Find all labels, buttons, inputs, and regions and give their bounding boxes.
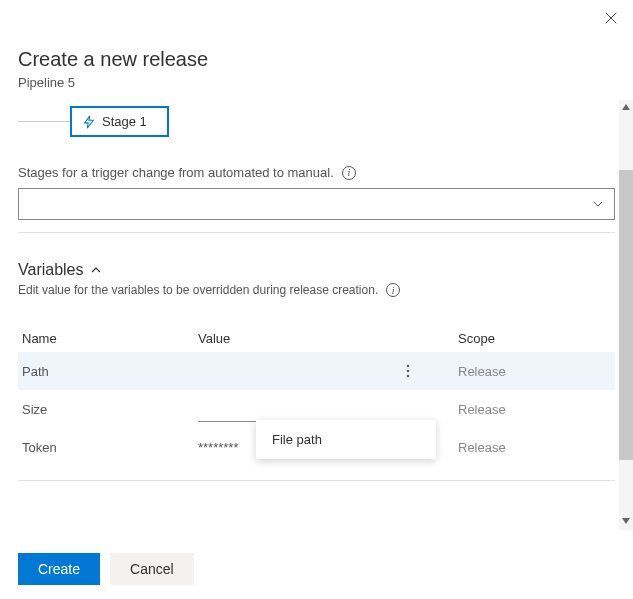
scroll-down-icon[interactable]: [621, 516, 631, 526]
info-icon[interactable]: i: [342, 166, 356, 180]
var-name: Token: [18, 440, 198, 455]
menu-item-file-path[interactable]: File path: [272, 432, 420, 447]
variables-table-header: Name Value Scope: [18, 325, 615, 352]
context-menu: File path: [256, 420, 436, 459]
chevron-up-icon: [90, 264, 102, 276]
pipeline-subtitle: Pipeline 5: [18, 75, 615, 90]
divider: [18, 480, 615, 481]
stage-lightning-icon: [82, 115, 96, 129]
var-scope: Release: [438, 402, 615, 417]
svg-point-3: [407, 370, 409, 372]
scroll-up-icon[interactable]: [621, 102, 631, 112]
stage-row: Stage 1: [18, 106, 615, 137]
stage-box[interactable]: Stage 1: [70, 106, 169, 137]
trigger-label-row: Stages for a trigger change from automat…: [18, 165, 615, 180]
var-value-cell: [198, 358, 438, 384]
page-title: Create a new release: [18, 48, 615, 71]
trigger-dropdown[interactable]: [18, 188, 615, 220]
var-value-cell: [198, 396, 438, 422]
close-button[interactable]: [601, 8, 621, 28]
info-icon[interactable]: i: [386, 283, 400, 297]
cancel-button[interactable]: Cancel: [110, 553, 194, 585]
var-value-input[interactable]: [198, 396, 398, 422]
stage-connector-line: [18, 121, 70, 122]
scrollbar-thumb[interactable]: [619, 170, 633, 460]
variables-description: Edit value for the variables to be overr…: [18, 283, 378, 297]
kebab-icon: [406, 364, 410, 378]
table-row[interactable]: Path Release: [18, 352, 615, 390]
divider: [18, 232, 615, 233]
footer: Create Cancel: [18, 553, 194, 585]
svg-marker-6: [622, 518, 630, 524]
var-name: Path: [18, 364, 198, 379]
svg-point-2: [407, 365, 409, 367]
var-name: Size: [18, 402, 198, 417]
close-icon: [604, 11, 618, 25]
variables-desc-row: Edit value for the variables to be overr…: [18, 283, 615, 297]
trigger-label: Stages for a trigger change from automat…: [18, 165, 334, 180]
create-button[interactable]: Create: [18, 553, 100, 585]
more-button[interactable]: [398, 358, 418, 384]
col-header-name: Name: [18, 331, 198, 346]
variables-header[interactable]: Variables: [18, 261, 615, 279]
stage-label: Stage 1: [102, 114, 147, 129]
variables-title: Variables: [18, 261, 84, 279]
var-value-input[interactable]: [198, 358, 398, 384]
col-header-value: Value: [198, 331, 438, 346]
var-scope: Release: [438, 364, 615, 379]
svg-marker-5: [622, 104, 630, 110]
col-header-scope: Scope: [438, 331, 615, 346]
svg-point-4: [407, 375, 409, 377]
var-scope: Release: [438, 440, 615, 455]
chevron-down-icon: [592, 198, 604, 210]
